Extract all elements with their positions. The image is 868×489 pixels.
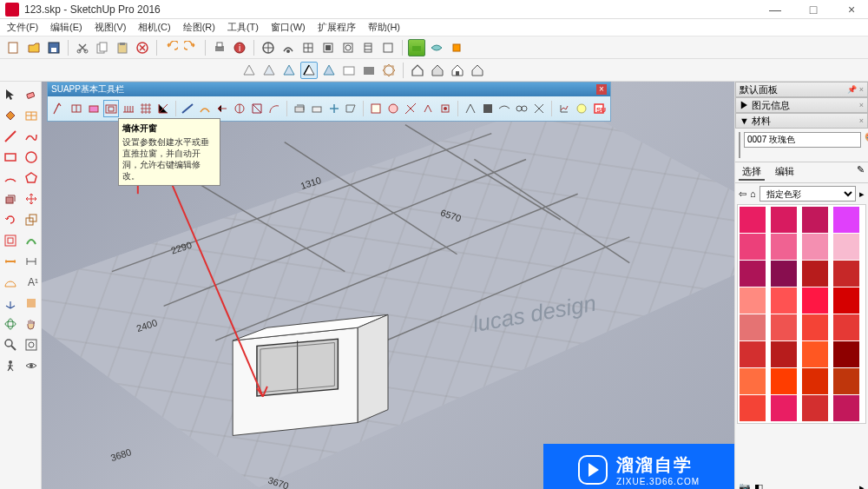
material-swatch[interactable] [833, 395, 859, 421]
materials-header[interactable]: ▼ 材料 × [735, 113, 868, 129]
material-swatch[interactable] [833, 287, 859, 314]
offset-tool[interactable] [1, 231, 20, 250]
material-swatch[interactable] [802, 368, 828, 394]
menu-window[interactable]: 窗口(W) [271, 21, 306, 34]
material-swatch[interactable] [771, 314, 797, 340]
material-swatch[interactable] [740, 261, 766, 287]
material-swatch[interactable] [833, 234, 859, 260]
window-maximize-button[interactable]: □ [802, 3, 825, 17]
material-action-3[interactable]: ▸ [859, 482, 865, 490]
axes-tool[interactable] [1, 294, 20, 313]
suapp-tool-16[interactable] [326, 100, 342, 117]
model-info-button[interactable]: i [231, 39, 248, 56]
material-swatch[interactable] [802, 234, 828, 260]
suapp-tool-21[interactable] [420, 100, 436, 117]
cut-button[interactable] [74, 39, 91, 56]
home-icon[interactable]: ⌂ [750, 188, 756, 199]
material-action-2[interactable]: ◧ [754, 482, 763, 490]
house-back-icon[interactable] [449, 62, 466, 79]
paste-button[interactable] [114, 39, 131, 56]
menu-file[interactable]: 文件(F) [7, 21, 38, 34]
suapp-tool-7[interactable] [155, 100, 171, 117]
material-swatch[interactable] [802, 314, 828, 340]
select-tool[interactable] [1, 85, 20, 104]
view-bottom-button[interactable] [379, 39, 397, 56]
suapp-tool-25[interactable] [497, 100, 513, 117]
scale-tool[interactable] [22, 210, 41, 229]
suapp-tool-20[interactable] [403, 100, 418, 117]
suapp-tool-2[interactable] [69, 100, 84, 117]
suapp-tool-12[interactable] [249, 100, 265, 117]
suapp-tool-14[interactable] [292, 100, 307, 117]
extension-2-button[interactable] [428, 39, 445, 56]
view-iso-button[interactable] [260, 39, 277, 56]
view-back-button[interactable] [339, 39, 357, 56]
materials-edit-tab[interactable]: 编辑 [772, 164, 798, 181]
suapp-tool-15[interactable] [309, 100, 325, 117]
view-left-button[interactable] [359, 39, 377, 56]
material-swatch[interactable] [802, 207, 828, 233]
section-tool[interactable] [22, 294, 41, 313]
rectangle-tool[interactable] [1, 148, 20, 167]
suapp-tool-28[interactable] [556, 100, 572, 117]
material-swatch[interactable] [802, 341, 828, 367]
material-swatch[interactable] [740, 287, 766, 314]
dimension-tool[interactable] [22, 252, 41, 271]
material-swatch[interactable] [740, 368, 766, 394]
back-icon[interactable]: ⇦ [739, 188, 746, 200]
print-button[interactable] [211, 39, 228, 56]
orbit-tool[interactable] [1, 314, 20, 334]
material-swatch[interactable] [802, 287, 828, 314]
suapp-close-button[interactable]: × [596, 84, 607, 95]
move-tool[interactable] [22, 189, 41, 208]
material-swatch[interactable] [771, 395, 797, 421]
rotate-tool[interactable] [1, 210, 20, 229]
followme-tool[interactable] [22, 231, 41, 250]
arc-tool[interactable] [1, 169, 20, 188]
material-swatch[interactable] [740, 341, 766, 367]
menu-draw[interactable]: 绘图(R) [183, 21, 215, 34]
suapp-tool-23[interactable] [463, 100, 478, 117]
material-swatch[interactable] [833, 207, 859, 233]
materials-select-tab[interactable]: 选择 [739, 164, 765, 181]
material-swatch[interactable] [833, 261, 859, 287]
style-8-button[interactable] [380, 62, 398, 79]
suapp-tool-1[interactable] [51, 100, 67, 117]
suapp-tool-26[interactable] [514, 100, 529, 117]
menu-view[interactable]: 视图(V) [95, 21, 127, 34]
material-swatch[interactable] [802, 395, 828, 421]
3d-viewport[interactable]: 3680 2400 2290 1310 6570 3670 lucas desi… [42, 82, 734, 489]
entity-info-header[interactable]: ▶ 图元信息 × [735, 97, 868, 113]
house-front-icon[interactable] [429, 62, 446, 79]
suapp-tool-19[interactable] [385, 100, 401, 117]
open-file-button[interactable] [25, 39, 43, 56]
style-1-button[interactable] [240, 62, 258, 79]
polygon-tool[interactable] [22, 169, 41, 188]
material-preview-swatch[interactable] [739, 132, 740, 158]
material-swatch[interactable] [771, 368, 797, 394]
menu-edit[interactable]: 编辑(E) [50, 21, 82, 34]
tape-tool[interactable] [1, 252, 20, 271]
extension-1-button[interactable] [408, 39, 425, 56]
copy-button[interactable] [94, 39, 111, 56]
component-tool[interactable] [22, 106, 41, 125]
style-4-button[interactable] [300, 62, 318, 79]
suapp-tool-5[interactable] [121, 100, 136, 117]
material-swatch[interactable] [833, 341, 859, 367]
close-icon[interactable]: × [859, 101, 864, 109]
house-left-icon[interactable] [469, 62, 486, 79]
new-file-button[interactable] [5, 39, 23, 56]
suapp-tool-11[interactable] [232, 100, 247, 117]
freehand-tool[interactable] [22, 127, 41, 146]
style-7-button[interactable] [360, 62, 378, 79]
suapp-tool-22[interactable] [437, 100, 453, 117]
material-swatch[interactable] [771, 341, 797, 367]
line-tool[interactable] [1, 127, 20, 146]
suapp-tool-10[interactable] [214, 100, 230, 117]
menu-tools[interactable]: 工具(T) [227, 21, 259, 34]
suapp-tool-13[interactable] [266, 100, 282, 117]
house-icon[interactable] [409, 62, 426, 79]
pushpull-tool[interactable] [1, 189, 20, 208]
detail-icon[interactable]: ▸ [859, 188, 865, 200]
zoom-tool[interactable] [1, 335, 20, 354]
